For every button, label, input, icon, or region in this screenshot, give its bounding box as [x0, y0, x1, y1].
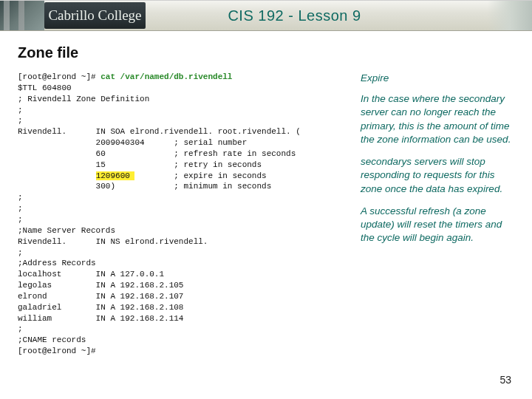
code-line: elrond IN A 192.168.2.107: [18, 292, 183, 301]
explanation-paragraph: In the case where the secondary server c…: [361, 92, 514, 146]
section-title: Zone file: [18, 44, 514, 61]
code-line: 2009040304 ; serial number: [18, 138, 247, 147]
logo: Cabrillo College: [44, 2, 146, 29]
highlight-expire: 1209600: [96, 171, 135, 180]
slide-title: CIS 192 - Lesson 9: [146, 7, 488, 24]
header-decoration: [488, 1, 532, 30]
explanation-column: Expire In the case where the secondary s…: [361, 72, 514, 357]
slide-body: Zone file [root@elrond ~]# cat /var/name…: [0, 31, 532, 392]
prompt: [root@elrond ~]#: [18, 72, 100, 81]
code-block: [root@elrond ~]# cat /var/named/db.riven…: [18, 72, 343, 357]
code-line: ;: [18, 116, 23, 125]
content-columns: [root@elrond ~]# cat /var/named/db.riven…: [18, 72, 514, 357]
code-line: ;: [18, 215, 23, 224]
code-line: ;Name Server Records: [18, 226, 115, 235]
code-line: [18, 171, 96, 180]
code-line: 300) ; minimum in seconds: [18, 182, 271, 191]
code-line: ;: [18, 324, 23, 333]
code-line: legolas IN A 192.168.2.105: [18, 281, 183, 290]
page-number: 53: [499, 374, 511, 386]
code-line: localhost IN A 127.0.0.1: [18, 270, 164, 279]
code-line: galadriel IN A 192.168.2.108: [18, 303, 183, 312]
logo-text: Cabrillo College: [48, 7, 141, 24]
command-text: cat /var/named/db.rivendell: [100, 72, 232, 81]
explanation-heading: Expire: [361, 72, 514, 85]
header-photo: [0, 1, 44, 30]
code-line: 60 ; refresh rate in seconds: [18, 149, 296, 158]
code-line: ;: [18, 248, 23, 257]
code-line: ;: [18, 106, 23, 115]
code-line: ;CNAME records: [18, 335, 86, 344]
header-bar: Cabrillo College CIS 192 - Lesson 9: [0, 0, 532, 31]
code-line: ;: [18, 193, 23, 202]
code-line: 15 ; retry in seconds: [18, 160, 262, 169]
code-line: ; expire in seconds: [134, 171, 266, 180]
code-line: [root@elrond ~]#: [18, 347, 96, 355]
code-line: $TTL 604800: [18, 83, 72, 92]
explanation-paragraph: secondarys servers will stop responding …: [361, 155, 514, 196]
code-line: ;: [18, 204, 23, 213]
code-line: ; Rivendell Zone Definition: [18, 95, 149, 103]
code-line: ;Address Records: [18, 259, 96, 267]
explanation-paragraph: A successful refresh (a zone update) wil…: [361, 205, 514, 245]
code-line: Rivendell. IN NS elrond.rivendell.: [18, 237, 208, 246]
code-line: william IN A 192.168.2.114: [18, 314, 183, 323]
code-line: Rivendell. IN SOA elrond.rivendell. root…: [18, 127, 301, 136]
